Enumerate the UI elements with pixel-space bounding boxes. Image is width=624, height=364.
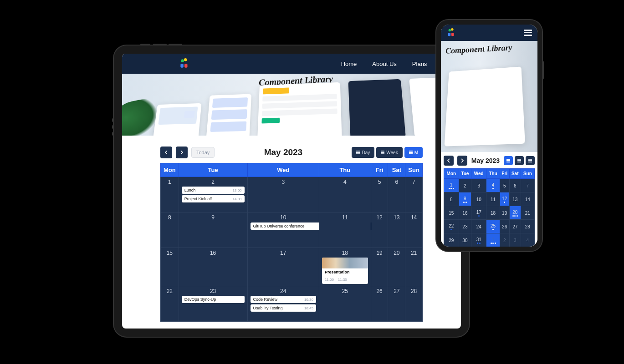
event[interactable]: Code Review10:30: [251, 296, 316, 303]
day-cell[interactable]: 24Code Review10:30Usability Testing16:45: [247, 286, 319, 322]
hamburger-icon[interactable]: [524, 30, 532, 36]
day-cell[interactable]: 6: [388, 177, 405, 212]
day-cell[interactable]: 19: [500, 206, 509, 220]
day-cell[interactable]: 20: [388, 248, 405, 286]
day-cell[interactable]: 22: [444, 220, 459, 233]
day-cell[interactable]: 13: [509, 192, 521, 206]
day-cell[interactable]: 10GitHub Universe conference: [247, 212, 319, 248]
day-cell[interactable]: 22: [161, 286, 179, 322]
day-cell[interactable]: 4: [521, 233, 534, 247]
day-cell[interactable]: 14: [405, 212, 423, 248]
day-header: Mon: [444, 169, 459, 179]
view-month[interactable]: M: [404, 147, 423, 158]
day-cell[interactable]: 14: [521, 192, 534, 206]
day-cell[interactable]: 30: [459, 233, 471, 247]
view-week[interactable]: Week: [376, 147, 402, 158]
day-cell[interactable]: 2Lunch13:00Project Kick-off14:30: [179, 177, 247, 212]
day-cell[interactable]: 5: [500, 179, 509, 192]
day-cell[interactable]: 18: [486, 206, 500, 220]
event[interactable]: Usability Testing16:45: [251, 304, 316, 312]
day-cell[interactable]: 16: [459, 206, 471, 220]
day-cell[interactable]: 27: [509, 220, 521, 233]
day-cell[interactable]: 17: [247, 248, 319, 286]
day-cell[interactable]: 15: [444, 206, 459, 220]
day-cell[interactable]: 26: [500, 220, 509, 233]
phone-prev-button[interactable]: [444, 156, 454, 166]
event[interactable]: DevOps Sync-Up: [182, 296, 245, 303]
phone-calendar-title: May 2023: [471, 157, 500, 164]
day-cell[interactable]: 4: [486, 179, 500, 192]
day-cell[interactable]: 25: [486, 220, 500, 233]
day-cell[interactable]: 25: [319, 286, 371, 322]
day-cell[interactable]: 11: [486, 192, 500, 206]
month-grid: MonTueWedThuFriSatSun 12Lunch13:00Projec…: [160, 163, 423, 322]
day-cell[interactable]: 7: [405, 177, 423, 212]
day-cell[interactable]: 2: [500, 233, 509, 247]
next-button[interactable]: [176, 147, 188, 158]
event[interactable]: Lunch13:00: [182, 187, 245, 194]
nav-about[interactable]: About Us: [372, 61, 396, 67]
calendar-title: May 2023: [218, 147, 348, 157]
day-cell[interactable]: 13: [388, 212, 405, 248]
event[interactable]: Presentation11:00 – 11:35: [322, 258, 368, 284]
top-nav: Home About Us Plans Co: [122, 54, 461, 74]
day-header: Mon: [161, 163, 179, 177]
day-cell[interactable]: 29: [444, 233, 459, 247]
phone-view-2[interactable]: [515, 156, 524, 165]
day-cell[interactable]: 27: [388, 286, 405, 322]
day-cell[interactable]: 20: [509, 206, 521, 220]
day-cell[interactable]: 1: [161, 177, 179, 212]
day-header: Thu: [319, 163, 371, 177]
day-cell[interactable]: 2: [459, 179, 471, 192]
day-cell[interactable]: 21: [405, 248, 423, 286]
day-cell[interactable]: 4: [319, 177, 371, 212]
day-header: Fri: [500, 169, 509, 179]
day-cell[interactable]: 3: [247, 177, 319, 212]
day-cell[interactable]: 28: [521, 220, 534, 233]
day-cell[interactable]: 24: [471, 220, 486, 233]
day-cell[interactable]: 15: [161, 248, 179, 286]
phone-hero: Component Library: [441, 41, 537, 152]
day-cell[interactable]: 1: [486, 233, 500, 247]
day-cell[interactable]: 6: [509, 179, 521, 192]
day-cell[interactable]: 1: [444, 179, 459, 192]
phone-view-3[interactable]: [526, 156, 535, 165]
day-cell[interactable]: 12: [500, 192, 509, 206]
day-cell[interactable]: 8: [161, 212, 179, 248]
day-cell[interactable]: 23DevOps Sync-Up: [179, 286, 247, 322]
day-cell[interactable]: 8: [444, 192, 459, 206]
day-cell[interactable]: 26: [371, 286, 388, 322]
day-cell[interactable]: 31: [471, 233, 486, 247]
svg-rect-3: [184, 64, 188, 68]
day-cell[interactable]: 9: [459, 192, 471, 206]
view-day[interactable]: Day: [352, 147, 374, 158]
svg-point-1: [184, 58, 187, 61]
prev-button[interactable]: [160, 147, 172, 158]
day-cell[interactable]: 16: [179, 248, 247, 286]
day-header: Thu: [486, 169, 500, 179]
phone-view-1[interactable]: [504, 156, 513, 165]
event[interactable]: Project Kick-off14:30: [182, 195, 245, 202]
day-header: Sun: [405, 163, 423, 177]
day-cell[interactable]: 3: [471, 179, 486, 192]
svg-rect-6: [448, 33, 451, 36]
day-cell[interactable]: 11: [319, 212, 371, 248]
day-cell[interactable]: 23: [459, 220, 471, 233]
day-cell[interactable]: 7: [521, 179, 534, 192]
calendar: Today May 2023 Day Week M MonTueWedThuFr…: [122, 136, 461, 322]
day-cell[interactable]: 12: [371, 212, 388, 248]
day-cell[interactable]: 21: [521, 206, 534, 220]
nav-home[interactable]: Home: [341, 61, 357, 67]
day-cell[interactable]: 19: [371, 248, 388, 286]
day-cell[interactable]: 9: [179, 212, 247, 248]
phone-month-grid: MonTueWedThuFriSatSun 123456789101112131…: [444, 168, 535, 247]
day-cell[interactable]: 18Presentation11:00 – 11:35: [319, 248, 371, 286]
day-cell[interactable]: 17: [471, 206, 486, 220]
nav-plans[interactable]: Plans: [412, 61, 427, 67]
day-cell[interactable]: 10: [471, 192, 486, 206]
day-cell[interactable]: 28: [405, 286, 423, 322]
phone-next-button[interactable]: [457, 156, 467, 166]
today-button[interactable]: Today: [191, 147, 215, 158]
day-cell[interactable]: 3: [509, 233, 521, 247]
day-cell[interactable]: 5: [371, 177, 388, 212]
